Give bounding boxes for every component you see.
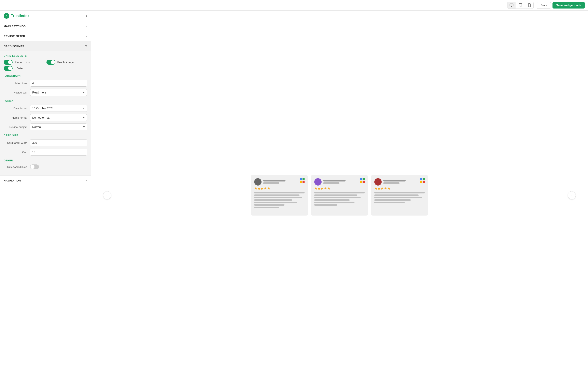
review-text-row: Review text Read more Full text Short te… [4, 89, 87, 96]
svg-rect-7 [300, 178, 302, 180]
review-subject-select[interactable]: Normal Bold Italic [30, 123, 87, 130]
card-elements-toggles: Platform icon Profile image [4, 60, 87, 65]
star-2-1 [314, 187, 317, 190]
star-1-1 [254, 187, 257, 190]
max-lines-input[interactable] [30, 80, 87, 87]
text-line [374, 197, 422, 198]
svg-rect-16 [423, 178, 425, 180]
target-width-input[interactable] [30, 139, 87, 146]
card-size-label: CARD SIZE [4, 134, 87, 137]
tablet-btn[interactable] [516, 2, 525, 9]
format-label: FORMAT [4, 99, 87, 102]
star-2-3 [321, 187, 324, 190]
review-card-2 [311, 175, 368, 216]
review-filter-section[interactable]: REVIEW FILTER › [0, 31, 91, 41]
star-2-4 [324, 187, 327, 190]
profile-image-label: Profile image [58, 61, 74, 64]
card-text-2 [314, 192, 365, 206]
navigation-section[interactable]: NAVIGATION › [0, 176, 91, 185]
reviewers-linked-toggle[interactable] [30, 164, 39, 169]
text-line [374, 194, 419, 196]
name-format-select[interactable]: Do not format First name only Full name [30, 114, 87, 121]
star-2-2 [317, 187, 320, 190]
card-top-2 [314, 178, 365, 186]
text-line [254, 207, 279, 208]
platform-icon-label: Platform icon [15, 61, 31, 64]
svg-point-4 [520, 6, 521, 6]
carousel-prev[interactable]: ‹ [103, 191, 111, 199]
gap-input[interactable] [30, 149, 87, 155]
date-format-label: Date format [4, 107, 30, 110]
max-lines-row: Max. lines [4, 80, 87, 87]
save-button[interactable]: Save and get code [552, 2, 585, 9]
card-user-1 [254, 178, 285, 186]
text-line [314, 204, 337, 206]
platform-icon-2 [360, 178, 365, 184]
user-sub-1 [263, 182, 279, 184]
user-info-1 [263, 180, 285, 184]
text-line [254, 199, 292, 201]
collapse-button[interactable]: ‹ [86, 14, 87, 18]
card-format-label: CARD FORMAT [4, 45, 24, 48]
back-button[interactable]: Back [537, 2, 551, 9]
text-line [314, 199, 350, 201]
text-line [254, 192, 305, 193]
text-line [314, 192, 365, 193]
target-width-row: Card target width [4, 139, 87, 146]
svg-rect-3 [519, 3, 522, 7]
main-settings-section[interactable]: MAIN SETTINGS › [0, 21, 91, 31]
main-settings-label: MAIN SETTINGS [4, 25, 26, 28]
stars-row-2 [314, 187, 365, 190]
device-buttons [507, 2, 534, 9]
review-subject-row: Review subject Normal Bold Italic [4, 123, 87, 130]
star-3-5 [387, 187, 390, 190]
review-text-select[interactable]: Read more Full text Short text [30, 89, 87, 96]
avatar-1 [254, 178, 261, 186]
card-text-1 [254, 192, 305, 208]
stars-row-1 [254, 187, 305, 190]
platform-icon-toggle[interactable] [4, 60, 13, 65]
gap-row: Gap [4, 149, 87, 155]
card-format-header[interactable]: CARD FORMAT ∨ [0, 41, 91, 51]
text-line [314, 197, 361, 198]
review-card-1 [251, 175, 308, 216]
svg-rect-13 [360, 181, 362, 183]
card-top-3 [374, 178, 425, 186]
date-toggle[interactable] [4, 66, 13, 71]
text-line [254, 197, 302, 198]
review-filter-arrow: › [86, 35, 87, 38]
star-3-3 [381, 187, 384, 190]
navigation-label: NAVIGATION [4, 179, 21, 182]
review-text-label: Review text [4, 91, 30, 94]
svg-rect-11 [360, 178, 362, 180]
card-user-3 [374, 178, 406, 186]
name-format-row: Name format Do not format First name onl… [4, 114, 87, 121]
text-line [374, 199, 411, 201]
platform-icon-toggle-row: Platform icon [4, 60, 44, 65]
text-line [254, 194, 299, 196]
svg-rect-17 [420, 181, 422, 183]
carousel-next[interactable]: › [568, 191, 576, 199]
stars-row-3 [374, 187, 425, 190]
review-subject-label: Review subject [4, 126, 30, 129]
date-format-select[interactable]: 10 October 2024 October 10, 2024 10/10/2… [30, 105, 87, 112]
svg-rect-10 [303, 181, 305, 183]
star-3-2 [378, 187, 380, 190]
mobile-btn[interactable] [525, 2, 533, 9]
main-settings-arrow: › [86, 24, 87, 28]
text-line [254, 202, 297, 203]
svg-rect-14 [363, 181, 365, 183]
review-filter-label: REVIEW FILTER [4, 35, 25, 38]
other-label: OTHER [4, 159, 87, 162]
svg-rect-0 [510, 4, 513, 6]
desktop-btn[interactable] [508, 2, 516, 9]
user-name-2 [323, 180, 346, 181]
gap-label: Gap [4, 151, 30, 154]
profile-image-toggle[interactable] [46, 60, 55, 65]
sidebar-header: ✓ Trustindex ‹ [0, 11, 91, 21]
star-3-4 [384, 187, 387, 190]
text-line [314, 202, 354, 203]
date-toggle-row: Date [4, 66, 87, 71]
card-format-body: CARD ELEMENTS Platform icon Profile imag… [0, 55, 91, 175]
svg-rect-15 [420, 178, 422, 180]
